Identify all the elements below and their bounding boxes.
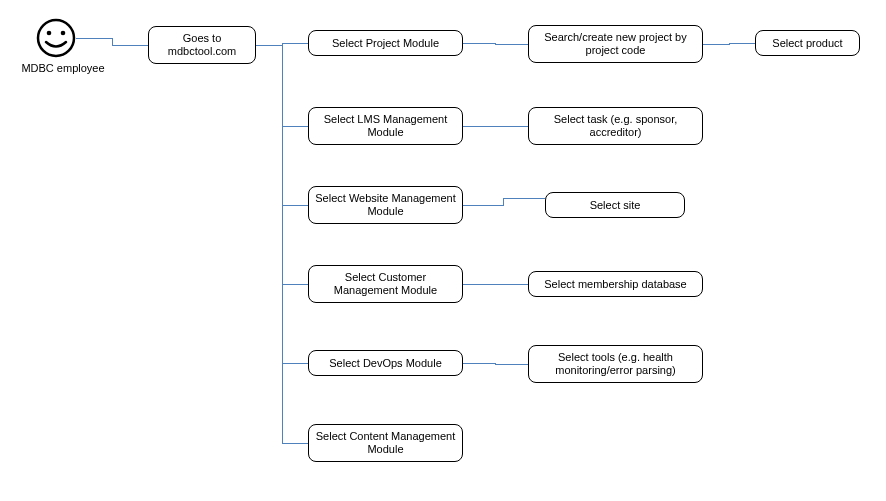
node-text: Select task (e.g. sponsor, accreditor)	[535, 113, 696, 138]
node-text: Select Content Management Module	[315, 430, 456, 455]
connector	[282, 205, 308, 206]
connector	[463, 284, 528, 285]
node-project-module: Select Project Module	[308, 30, 463, 56]
connector	[729, 43, 755, 44]
node-text: Select membership database	[544, 278, 686, 291]
node-text: Select Customer Management Module	[315, 271, 456, 296]
node-devops-module: Select DevOps Module	[308, 350, 463, 376]
node-project-next: Search/create new project by project cod…	[528, 25, 703, 63]
connector	[703, 44, 729, 45]
node-text: Select product	[772, 37, 842, 50]
node-select-product: Select product	[755, 30, 860, 56]
connector	[112, 38, 113, 45]
connector	[282, 284, 308, 285]
connector	[463, 43, 495, 44]
node-text: Select Project Module	[332, 37, 439, 50]
connector	[282, 43, 308, 44]
connector	[463, 126, 528, 127]
node-text: Select LMS Management Module	[315, 113, 456, 138]
node-goes-to-site: Goes to mdbctool.com	[148, 26, 256, 64]
node-text: Select DevOps Module	[329, 357, 442, 370]
node-text: Select tools (e.g. health monitoring/err…	[535, 351, 696, 376]
connector	[282, 443, 308, 444]
svg-point-1	[47, 31, 52, 36]
node-customer-module: Select Customer Management Module	[308, 265, 463, 303]
node-text: Select Website Management Module	[315, 192, 456, 217]
svg-point-2	[61, 31, 66, 36]
node-website-module: Select Website Management Module	[308, 186, 463, 224]
node-text: Goes to mdbctool.com	[155, 32, 249, 57]
connector	[112, 45, 148, 46]
node-customer-next: Select membership database	[528, 271, 703, 297]
connector	[256, 45, 282, 46]
connector	[282, 363, 308, 364]
connector	[463, 363, 495, 364]
connector	[495, 364, 528, 365]
connector	[503, 198, 545, 199]
actor-label: MDBC employee	[18, 62, 108, 74]
node-devops-next: Select tools (e.g. health monitoring/err…	[528, 345, 703, 383]
connector	[463, 205, 503, 206]
node-text: Search/create new project by project cod…	[535, 31, 696, 56]
connector	[76, 38, 112, 39]
connector	[503, 198, 504, 206]
node-website-next: Select site	[545, 192, 685, 218]
actor-icon	[36, 18, 76, 58]
node-lms-module: Select LMS Management Module	[308, 107, 463, 145]
node-text: Select site	[590, 199, 641, 212]
connector	[282, 126, 308, 127]
diagram-canvas: MDBC employee Goes to mdbctool.com Selec…	[0, 0, 886, 501]
node-lms-next: Select task (e.g. sponsor, accreditor)	[528, 107, 703, 145]
connector-spine	[282, 45, 283, 443]
connector	[495, 44, 528, 45]
svg-point-0	[38, 20, 74, 56]
node-content-module: Select Content Management Module	[308, 424, 463, 462]
